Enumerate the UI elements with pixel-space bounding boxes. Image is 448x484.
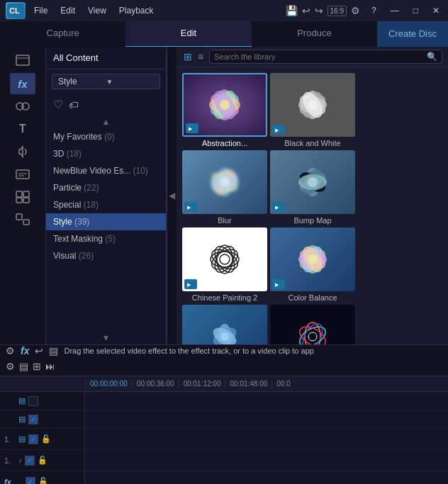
effect-black-and-white[interactable]: ▶ Black and White [270,73,355,147]
scroll-up-button[interactable]: ▲ [46,116,166,128]
effect-bump-map[interactable]: ▶ Bump Map [270,150,355,225]
svg-point-38 [220,177,230,187]
undo-icon[interactable]: ↩ [302,5,310,16]
track-row-audio1: 1. ♪ ✓ 🔓 [0,450,448,471]
effect-row3-1[interactable] [182,305,267,344]
maximize-button[interactable]: □ [408,4,424,17]
track-checkbox-h1[interactable] [28,396,38,406]
title-bar: CL File Edit View Playback 💾 ↩ ↪ 16:9 ⚙ … [0,0,448,21]
effect-label-abstractionism: Abstraction... [202,139,247,147]
redo-icon[interactable]: ↪ [315,5,323,16]
category-newblue[interactable]: NewBlue Video Es... (10) [46,162,166,179]
menu-edit[interactable]: Edit [55,3,81,18]
sidebar-icon-transition[interactable] [10,96,35,117]
search-input[interactable] [214,52,427,61]
menu-view[interactable]: View [82,3,112,18]
time-ruler: 00:00:00:00 00:00:36:00 00:01:12:00 00:0… [0,376,448,392]
settings-icon[interactable]: ⚙ [351,5,360,16]
thumb-badge-bw: ▶ [272,125,285,135]
thumb-badge: ▶ [186,123,198,133]
track-content-fx [85,471,448,484]
menu-file[interactable]: File [28,3,53,18]
track-checkbox-h2[interactable]: ✓ [28,415,38,424]
effect-thumb-bump: ▶ [270,150,355,214]
track-row-header2: ▤ ✓ [0,410,448,429]
track-lock-icon-v1[interactable]: 🔓 [41,434,51,444]
effect-row3-2[interactable] [270,305,355,344]
undo-effect-icon[interactable]: ↩ [35,345,43,356]
category-special[interactable]: Special (18) [46,196,166,213]
effect-thumb-row3b [270,305,355,344]
menu-playback[interactable]: Playback [113,3,159,18]
timeline-nav-icon[interactable]: ⏭ [45,361,55,372]
effect-abstractionism[interactable]: ▶ Abstraction... [182,73,267,147]
category-style[interactable]: Style (39) [46,213,166,230]
effect-blur[interactable]: ▶ Blur [182,150,267,225]
logo-icon: CL [6,2,26,19]
aspect-ratio-icon: 16:9 [327,6,347,16]
effect-label-color: Color Balance [288,293,337,302]
settings-effect-icon[interactable]: ⚙ [6,345,15,356]
category-my-favorites[interactable]: My Favorites (0) [46,128,166,145]
sidebar-icon-audio[interactable] [10,141,35,162]
favorites-tag-icon[interactable]: 🏷 [69,99,79,111]
save-icon[interactable]: 💾 [286,5,298,16]
help-button[interactable]: ? [366,4,382,17]
fx-label: fx [18,78,27,90]
sidebar-icon-composite[interactable] [10,186,35,208]
checkmark-icon-fx: ✓ [28,478,33,485]
fx-toolbar-label: fx [21,345,29,356]
effects-grid: ▶ Abstraction... [177,67,448,344]
time-mark-4: 00:0 [271,380,294,388]
grid-view-icon[interactable]: ⊞ [182,50,194,64]
svg-point-71 [220,332,229,341]
sidebar-icon-motion[interactable] [10,209,35,230]
list-view-icon[interactable]: ≡ [196,50,205,64]
sidebar-icon-subtitles[interactable] [10,164,35,185]
track-lock-icon-a1[interactable]: 🔓 [38,456,47,465]
style-label: Style [58,77,106,86]
track-num-a1: 1. [4,456,16,465]
track-row-header1: ▤ [0,392,448,410]
sidebar-icon-fx[interactable]: fx [10,73,35,94]
effect-color-balance[interactable]: ▶ Color Balance [270,227,355,302]
time-mark-2: 00:01:12:00 [179,380,225,388]
timeline-settings-icon[interactable]: ⚙ [6,361,15,372]
sidebar-icon-title[interactable]: T [10,118,35,140]
category-text-masking[interactable]: Text Masking (5) [46,230,166,247]
category-particle[interactable]: Particle (22) [46,179,166,196]
track-icon-h2: ▤ [18,415,26,424]
effect-chinese-painting[interactable]: ▶ Chinese Painting 2 [182,227,267,302]
track-checkbox-fx[interactable]: ✓ [26,477,35,485]
tab-create-disc[interactable]: Create Disc [377,21,448,47]
collapse-panel-button[interactable]: ◀ [167,47,177,344]
track-num-fx: fx [4,478,16,485]
tab-produce[interactable]: Produce [252,21,377,47]
close-button[interactable]: ✕ [427,4,445,17]
category-list: My Favorites (0) 3D (18) NewBlue Video E… [46,128,166,332]
tab-capture[interactable]: Capture [0,21,125,47]
track-checkbox-v1[interactable]: ✓ [28,434,38,444]
minimize-button[interactable]: — [385,4,405,17]
track-checkbox-a1[interactable]: ✓ [25,456,35,466]
view-icons: ⊞ ≡ [182,50,205,64]
track-lock-icon-fx[interactable]: 🔓 [38,477,48,484]
category-visual[interactable]: Visual (26) [46,247,166,264]
sidebar-icon-media[interactable] [10,50,35,72]
scroll-down-button[interactable]: ▼ [46,332,166,344]
track-icon-h1: ▤ [18,396,26,405]
preset-effect-icon[interactable]: ▤ [49,345,58,356]
effect-label-bump: Bump Map [293,216,331,225]
timeline-add-icon[interactable]: ⊞ [33,361,41,372]
track-num-v1: 1. [4,435,16,444]
svg-text:CL: CL [9,6,20,15]
search-box: 🔍 [209,50,442,64]
style-selector[interactable]: Style ▼ [52,74,160,89]
favorites-heart-icon[interactable]: ♡ [53,98,63,111]
tab-edit[interactable]: Edit [125,21,251,47]
svg-rect-6 [16,170,29,179]
effect-label-blur: Blur [218,216,232,225]
track-label-fx: fx ✓ 🔓 [0,471,85,484]
timeline-track-icon[interactable]: ▤ [19,361,28,372]
category-3d[interactable]: 3D (18) [46,145,166,162]
